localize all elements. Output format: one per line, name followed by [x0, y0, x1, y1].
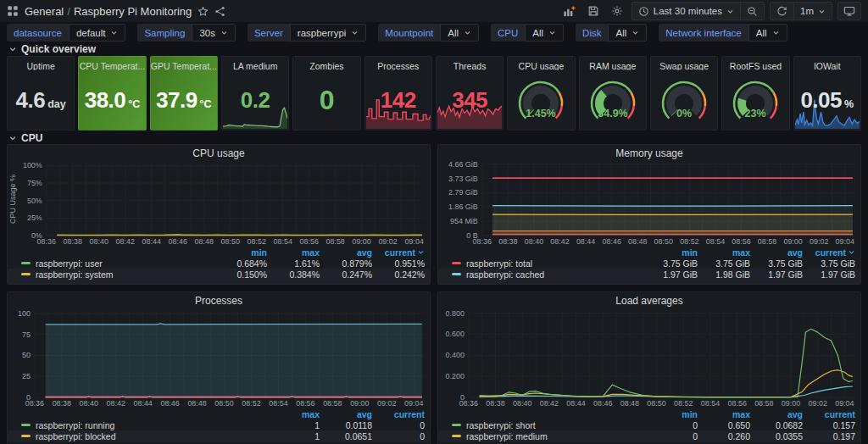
tv-icon	[843, 5, 855, 17]
stat-panel-title[interactable]: Uptime	[8, 57, 74, 70]
legend-value: 3.75 GiB	[645, 258, 698, 269]
svg-text:08:44: 08:44	[576, 237, 595, 246]
variable-label: CPU	[491, 24, 525, 42]
row-header-cpu[interactable]: CPU	[8, 133, 860, 143]
legend-series-label[interactable]: raspberrypi: running	[36, 420, 114, 430]
legend-sort-avg[interactable]: avg	[750, 247, 803, 258]
legend-series-label[interactable]: raspberrypi: system	[36, 269, 114, 280]
refresh-interval-dropdown[interactable]: 1m	[793, 3, 832, 19]
stat-panel-processes: Processes142	[364, 56, 432, 130]
series-color-swatch	[452, 424, 461, 426]
variable-value-dropdown[interactable]: All	[440, 24, 479, 42]
zoom-out-icon	[747, 6, 758, 17]
stat-panel-title[interactable]: CPU usage	[508, 57, 574, 70]
legend-sort-max[interactable]: max	[698, 409, 750, 419]
load-averages-plot[interactable]: 00.2000.4000.6000.80008:3608:3808:4008:4…	[438, 307, 860, 408]
legend-sort-min[interactable]: min	[645, 409, 698, 419]
legend-sort-min[interactable]: min	[214, 247, 267, 258]
svg-text:954 MiB: 954 MiB	[450, 217, 478, 225]
chart-panel-load-averages: Load averages 00.2000.4000.6000.80008:36…	[437, 291, 861, 444]
variable-value-dropdown[interactable]: raspberrypi	[290, 24, 367, 42]
legend-row: raspberrypi: medium00.2600.03550.197	[438, 430, 860, 441]
zoom-out-button[interactable]	[740, 3, 764, 19]
legend-sort-current[interactable]: current	[803, 247, 855, 258]
variable-value-dropdown[interactable]: All	[748, 24, 787, 42]
legend-sort-avg[interactable]: avg	[320, 247, 372, 258]
save-dashboard-button[interactable]	[584, 3, 603, 19]
cpu-usage-plot[interactable]: 0%25%50%75%100%08:3608:3808:4008:4208:44…	[8, 159, 430, 247]
refresh-button[interactable]	[771, 3, 793, 19]
variable-value-dropdown[interactable]: default	[69, 24, 126, 42]
stat-value: 38.0°C	[85, 89, 141, 111]
legend-series-label[interactable]: raspberrypi: cached	[466, 269, 544, 280]
legend-value: 1.97 GiB	[645, 269, 698, 280]
svg-text:09:00: 09:00	[782, 399, 800, 408]
svg-text:08:46: 08:46	[169, 237, 187, 246]
legend-sort-max[interactable]: max	[267, 247, 320, 258]
variable-value-dropdown[interactable]: All	[608, 24, 647, 42]
legend-series-label[interactable]: raspberrypi: total	[466, 258, 532, 269]
cycle-view-mode-button[interactable]	[837, 2, 861, 20]
stat-panel-title[interactable]: GPU Temperat...	[151, 57, 217, 70]
legend-value: 0	[645, 431, 698, 441]
gauge-value: 34.9%	[598, 108, 627, 119]
legend-value: 0	[372, 420, 425, 430]
breadcrumb-folder[interactable]: General	[25, 5, 64, 18]
legend-sort-avg[interactable]: avg	[750, 409, 803, 419]
svg-text:09:04: 09:04	[835, 399, 854, 408]
legend-sort-current[interactable]: current	[372, 409, 425, 419]
stat-panel-uptime: Uptime4.6day	[7, 56, 75, 130]
panel-title[interactable]: Memory usage	[438, 145, 860, 159]
svg-text:08:38: 08:38	[486, 399, 504, 408]
variable-value-dropdown[interactable]: 30s	[192, 24, 236, 42]
gauge: 23%	[723, 78, 787, 122]
stat-panel-title[interactable]: RootFS used	[722, 57, 788, 70]
stat-panel-title[interactable]: IOWait	[794, 57, 860, 70]
legend-sort-max[interactable]: max	[698, 247, 750, 258]
legend-series-label[interactable]: raspberrypi: medium	[466, 431, 548, 441]
legend-series-label[interactable]: raspberrypi: user	[36, 258, 103, 269]
svg-text:08:40: 08:40	[90, 237, 108, 246]
legend-value: 0	[372, 431, 425, 441]
legend: maxavgcurrentraspberrypi: running10.0118…	[8, 408, 430, 441]
svg-text:4.66 GiB: 4.66 GiB	[448, 160, 478, 169]
legend-series-label[interactable]: raspberrypi: short	[466, 420, 536, 430]
memory-usage-plot[interactable]: 0 B954 MiB1.86 GiB2.79 GiB3.73 GiB4.66 G…	[438, 159, 860, 247]
stat-panel-title[interactable]: Threads	[437, 57, 503, 70]
stat-panel-title[interactable]: Swap usage	[651, 57, 717, 70]
dashboard-settings-button[interactable]	[608, 3, 626, 19]
legend-sort-max[interactable]: max	[267, 409, 320, 419]
share-icon[interactable]	[214, 6, 225, 17]
series-color-swatch	[452, 273, 461, 275]
legend-sort-avg[interactable]: avg	[320, 409, 372, 419]
variable-value-dropdown[interactable]: All	[525, 24, 564, 42]
legend-sort-current[interactable]: current	[803, 409, 855, 419]
panel-title[interactable]: Processes	[8, 292, 430, 307]
svg-text:08:48: 08:48	[195, 237, 214, 246]
legend-sort-min[interactable]: min	[645, 247, 698, 258]
processes-plot[interactable]: 025507510008:3608:3808:4008:4208:4408:46…	[8, 307, 430, 408]
stat-panel-title[interactable]: LA medium	[222, 57, 288, 70]
legend-series-label[interactable]: raspberrypi: blocked	[36, 431, 116, 441]
svg-text:08:44: 08:44	[133, 399, 152, 408]
dashboards-grid-icon[interactable]	[7, 5, 19, 17]
stat-panel-title[interactable]: CPU Temperat...	[79, 57, 145, 70]
stat-panel-title[interactable]: RAM usage	[580, 57, 646, 70]
legend-sort-current[interactable]: current	[372, 247, 425, 258]
svg-text:08:40: 08:40	[513, 399, 531, 408]
panel-title[interactable]: Load averages	[438, 292, 860, 307]
row-header-quick-overview[interactable]: Quick overview	[8, 44, 860, 54]
variable-disk: DiskAll	[576, 24, 647, 42]
panel-title[interactable]: CPU usage	[8, 145, 430, 159]
star-icon[interactable]	[198, 6, 209, 17]
add-panel-button[interactable]	[559, 3, 579, 19]
svg-text:08:36: 08:36	[473, 237, 492, 246]
time-range-picker[interactable]: Last 30 minutes	[632, 3, 740, 19]
legend-value: 1.97 GiB	[750, 269, 803, 280]
legend-header: maxavgcurrent	[8, 408, 430, 419]
stat-panel-title[interactable]: Zombies	[293, 57, 359, 70]
variable-label: Server	[248, 24, 290, 42]
stat-panel-title[interactable]: Processes	[365, 57, 431, 70]
legend-value: 0.197	[803, 431, 855, 441]
save-icon	[587, 5, 599, 17]
